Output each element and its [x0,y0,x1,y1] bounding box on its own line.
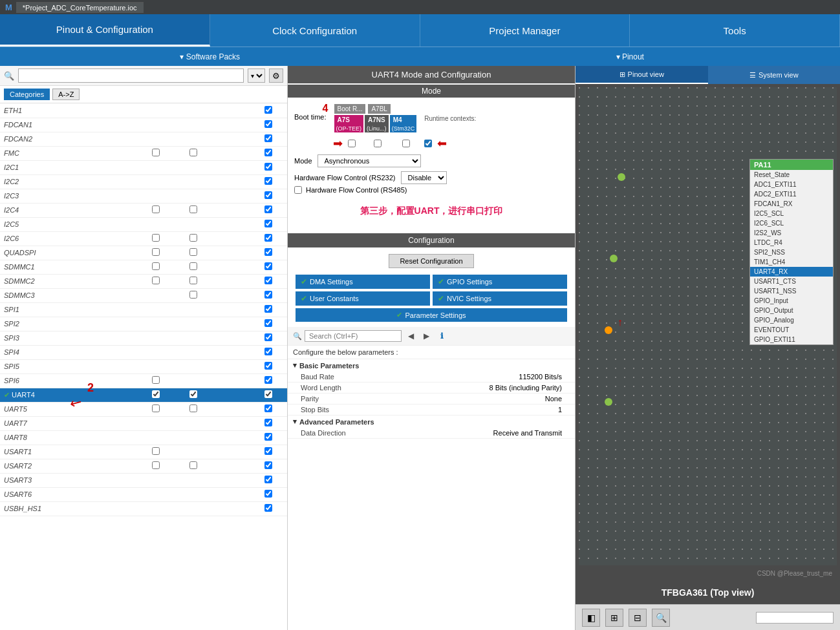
table-row[interactable]: SDMMC2 [0,274,287,288]
table-row[interactable]: I2C3 [0,189,287,203]
advanced-params-group[interactable]: ▾ Advanced Parameters [288,415,575,428]
comp-check-cell[interactable] [137,274,175,288]
gpio-settings-button[interactable]: ✔ GPIO Settings [433,275,567,289]
pin-menu-item[interactable]: Reset_State [750,170,833,180]
pin-menu-item[interactable]: ADC1_EXTI11 [750,180,833,189]
bottom-search-button[interactable]: 🔍 [652,609,670,627]
boot-r-checkbox[interactable] [348,140,356,147]
param-info-button[interactable]: ℹ [435,330,448,342]
table-row[interactable]: UART8 [0,430,287,445]
comp-check-cell[interactable] [137,402,175,416]
table-row[interactable]: USBH_HS1 [0,501,287,516]
param-search-input[interactable] [305,330,402,342]
table-row[interactable]: I2C2 [0,174,287,189]
table-row[interactable]: SPI1 [0,302,287,317]
comp-check-cell[interactable] [175,231,212,246]
table-row[interactable]: USART2 [0,459,287,473]
comp-check-cell[interactable] [175,288,212,302]
table-row[interactable]: FDCAN2 [0,132,287,146]
a7bl-checkbox[interactable] [374,140,382,147]
nav-tab-pinout[interactable]: Pinout & Configuration [0,14,210,47]
table-row[interactable]: UART5 [0,402,287,416]
comp-check-cell[interactable] [137,459,175,473]
comp-check-cell[interactable] [137,373,175,388]
pin-menu-item[interactable]: LTDC_R4 [750,238,833,247]
comp-check-cell[interactable] [137,203,175,217]
search-input[interactable] [18,68,244,83]
comp-check-cell[interactable] [137,231,175,246]
reset-config-button[interactable]: Reset Configuration [389,254,473,268]
table-row[interactable]: ETH1 [0,103,287,118]
comp-check-cell[interactable] [137,260,175,274]
table-row[interactable]: SPI2 [0,317,287,331]
pinout-view-tab[interactable]: ⊞ Pinout view [576,66,708,84]
pin-menu-item[interactable]: I2C6_SCL [750,218,833,228]
parameter-settings-button[interactable]: ✔ Parameter Settings [296,308,567,322]
comp-check-cell[interactable] [175,274,212,288]
pin-menu-item[interactable]: FDCAN1_RX [750,199,833,209]
table-row[interactable]: ✔UART4 [0,388,287,402]
nvic-settings-button[interactable]: ✔ NVIC Settings [433,291,567,306]
table-row[interactable]: FMC [0,146,287,160]
comp-check-cell[interactable] [137,146,175,160]
filter-dropdown[interactable]: ▾ [248,68,265,83]
pin-menu-item[interactable]: ADC2_EXTI11 [750,189,833,199]
table-row[interactable]: SPI3 [0,331,287,345]
basic-params-group[interactable]: ▾ Basic Parameters [288,359,575,372]
a7ns-checkbox[interactable] [402,140,410,147]
pin-menu-item[interactable]: GPIO_EXTI11 [750,335,833,344]
pin-menu-item[interactable]: I2C5_SCL [750,209,833,218]
comp-check-cell[interactable] [175,260,212,274]
table-row[interactable]: USART6 [0,487,287,501]
comp-check-cell[interactable] [175,203,212,217]
comp-check-cell[interactable] [137,246,175,260]
sub-nav-pinout[interactable]: ▾ Pinout [420,47,841,66]
pin-menu-item[interactable]: GPIO_Output [750,306,833,315]
comp-check-cell[interactable] [175,459,212,473]
pin-menu-item[interactable]: GPIO_Analog [750,315,833,325]
comp-check-cell[interactable] [137,388,175,402]
comp-check-cell[interactable] [175,146,212,160]
pin-menu-item[interactable]: USART1_NSS [750,286,833,296]
pin-menu-item[interactable]: EVENTOUT [750,325,833,335]
az-button[interactable]: A->Z [52,89,80,100]
system-view-tab[interactable]: ☰ System view [708,66,841,84]
bottom-icon-btn-1[interactable]: ◧ [582,609,600,627]
comp-check-cell[interactable] [137,445,175,459]
table-row[interactable]: SDMMC3 [0,288,287,302]
nav-tab-tools[interactable]: Tools [630,14,840,47]
pin-menu-item[interactable]: USART1_CTS [750,277,833,286]
rs485-checkbox[interactable] [294,186,302,194]
comp-check-cell[interactable] [250,388,287,402]
comp-check-cell[interactable] [175,246,212,260]
table-row[interactable]: QUADSPI [0,246,287,260]
pin-menu-item[interactable]: UART4_RX [750,267,833,277]
param-next-button[interactable]: ▶ [420,330,433,342]
hw-flow-rs232-select[interactable]: Disable [401,171,447,184]
m4-checkbox[interactable] [424,140,432,147]
categories-button[interactable]: Categories [4,89,50,100]
mode-select[interactable]: Asynchronous [318,154,421,167]
table-row[interactable]: SPI5 [0,359,287,373]
table-row[interactable]: I2C1 [0,160,287,174]
table-row[interactable]: FDCAN1 [0,118,287,132]
pin-menu-item[interactable]: SPI2_NSS [750,247,833,257]
dma-settings-button[interactable]: ✔ DMA Settings [296,275,430,289]
table-row[interactable]: USART1 [0,445,287,459]
sub-nav-software-packs[interactable]: ▾ Software Packs [0,47,420,66]
pin-menu-item[interactable]: GPIO_Input [750,296,833,306]
table-row[interactable]: SPI6 [0,373,287,388]
bottom-icon-btn-3[interactable]: ⊟ [629,609,647,627]
table-row[interactable]: SDMMC1 [0,260,287,274]
table-row[interactable]: I2C5 [0,217,287,231]
comp-check-cell[interactable] [175,388,212,402]
comp-check-cell[interactable] [175,402,212,416]
nav-tab-clock[interactable]: Clock Configuration [210,14,420,47]
table-row[interactable]: I2C6 [0,231,287,246]
table-row[interactable]: I2C4 [0,203,287,217]
table-row[interactable]: UART7 [0,416,287,430]
bottom-icon-btn-2[interactable]: ⊞ [605,609,623,627]
user-constants-button[interactable]: ✔ User Constants [296,291,430,306]
file-tab[interactable]: *Project_ADC_CoreTemperature.ioc [16,2,144,13]
pin-menu-item[interactable]: TIM1_CH4 [750,257,833,267]
